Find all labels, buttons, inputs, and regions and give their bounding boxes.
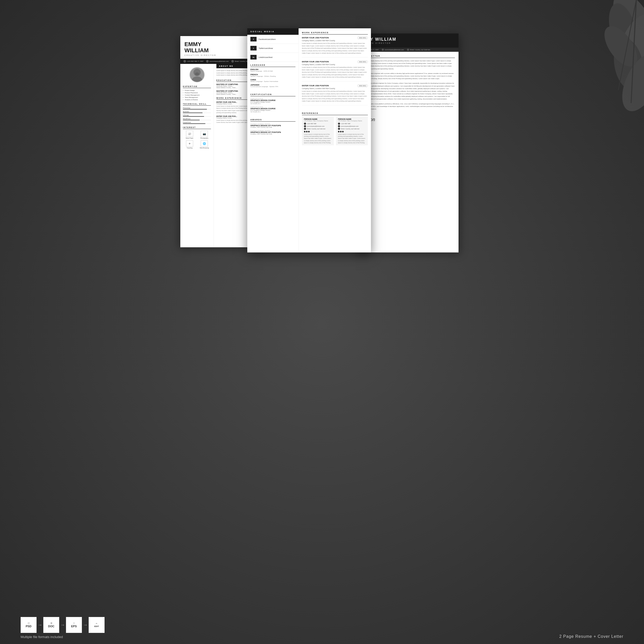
technical-skill-title: TECHNICAL SKILL <box>183 103 211 106</box>
email-icon <box>304 125 306 127</box>
cover-intro-text: Lorem Ipsum is simply dummy text of the … <box>359 60 455 70</box>
expertise-list: Project Design Product Placement Content… <box>183 90 211 100</box>
contact-phone: +123 4567 896 77, 5587 <box>183 60 204 63</box>
star-rating <box>304 131 332 132</box>
plant-decoration <box>536 0 644 155</box>
signature-name: SAMSON <box>359 123 455 125</box>
expertise-item: Product Placement <box>183 92 211 94</box>
language-item-english: ENGLISH Native Language - 100% All Skill <box>250 69 295 72</box>
awards-title: AWARDS <box>250 118 295 122</box>
left-sidebar: EXPERTISE Project Design Product Placeme… <box>180 64 214 247</box>
cover-served-text: I have served as a software engineer for… <box>359 82 455 100</box>
work-exp-item-3: ENTER YOUR JOB POSITION 2010-2011 Compan… <box>302 84 368 105</box>
expertise-item: Analytics & Review <box>183 99 211 100</box>
newspaper-icon: 📰 <box>186 131 193 137</box>
language-item-french: FRENCH Spoken Language - Written, Readin… <box>250 74 295 77</box>
middle-right-column: WORK EXPERIENCE ENTER YOUR JOB POSITION … <box>299 28 371 252</box>
address-icon <box>407 49 409 51</box>
linkedin-icon: in <box>250 55 257 60</box>
formats-label: Multiple file formats included <box>21 635 105 639</box>
reference-card-1: PERSON NAME Job Position Title | Company… <box>302 117 334 145</box>
email-icon <box>206 60 209 63</box>
reference-title: REFERENCE <box>302 112 368 115</box>
resume-pages-stage: EMMYWILLIAM CREATIVE DIRECTOR +123 4567 … <box>180 21 464 252</box>
social-item-linkedin: in LinkdIn/user/feed <box>247 53 299 62</box>
cover-letter-header: EMMY WILLIAM CREATIVE DIRECTOR <box>355 33 459 48</box>
resume-page-middle: SOCIAL MEDIA f Facebook/user/dhere t Twi… <box>247 28 371 252</box>
reference-card-2: PERSON NAME Job Position Title | Company… <box>336 117 368 145</box>
social-item-twitter: t Twitter/user/dhear <box>247 44 299 53</box>
interest-grid: 📰 News Paper 📷 Photography ✈ Traveling 🌐… <box>183 131 211 149</box>
phone-icon <box>338 123 340 125</box>
cover-person-title: CREATIVE DIRECTOR <box>359 42 455 44</box>
signature-area: Samson SAMSON <box>359 114 455 125</box>
certification-title: CERTIFICATION <box>250 93 295 96</box>
reference-section: REFERENCE PERSON NAME Job Position Title… <box>299 111 371 147</box>
cover-letter-title: COVER LETTER <box>359 55 455 58</box>
doc-format-box: ▤ DOC <box>43 617 59 633</box>
award-item-1: Company / Institute / Awards GRAPHICS DE… <box>250 123 295 128</box>
expertise-item: Team Management <box>183 97 211 98</box>
interest-title: INTEREST <box>183 126 211 129</box>
cover-person-name: EMMY WILLIAM <box>359 37 455 42</box>
avatar <box>189 67 205 82</box>
eps-format-box: ◻ EPS <box>66 617 82 633</box>
cert-item-2: CERTIFICATE GRAPHICS DESIGN COURSE LLC G… <box>250 106 295 113</box>
svg-point-10 <box>195 72 199 75</box>
resume-page-right: EMMY WILLIAM CREATIVE DIRECTOR +123 4567… <box>355 33 459 252</box>
cover-address: Street / country, zip Code text <box>407 49 430 51</box>
cert-item-1: CERTIFICATE GRAPHICS DESIGN COURSE LLC G… <box>250 98 295 104</box>
web-browsing-icon: 🌐 <box>201 140 208 147</box>
cover-expertise-text: My expertise includes cross-platform pro… <box>359 103 455 111</box>
award-item-2: Company / Institute / Awards GRAPHICS DE… <box>250 130 295 135</box>
awards-section: AWARDS Company / Institute / Awards GRAP… <box>247 116 299 139</box>
expertise-item: Project Design <box>183 90 211 91</box>
phone-icon <box>183 60 186 63</box>
address-icon <box>338 128 340 130</box>
work-exp-title: WORK EXPERIENCE <box>302 31 368 35</box>
skills-list: Photoshop Illustrator InDesign WordPress <box>183 107 211 124</box>
language-item-japanish: JAPANISH Conversational Language - Spoke… <box>250 84 295 87</box>
file-formats-section: ⬜ PSD → ▤ DOC → ◻ EPS → ✏ EDIT Multiple … <box>21 617 105 639</box>
cover-letter-body: COVER LETTER Lorem Ipsum is simply dummy… <box>355 52 459 128</box>
edit-format-box: ✏ EDIT <box>89 617 105 633</box>
work-exp-item-2: ENTER YOUR JOB POSITION 2010-2011 Compan… <box>302 61 368 81</box>
arrow-separator-3: → <box>83 623 88 627</box>
arrow-separator-1: → <box>38 623 42 627</box>
language-section: LANGUAGE ENGLISH Native Language - 100% … <box>247 62 299 91</box>
email-icon <box>382 49 384 51</box>
certification-section: CERTIFICATION CERTIFICATE GRAPHICS DESIG… <box>247 91 299 116</box>
email-icon <box>338 125 340 127</box>
language-item-china: CHINA Written Language - Spoken Intermed… <box>250 79 295 82</box>
twitter-icon: t <box>250 46 257 50</box>
skill-item: Photoshop <box>183 107 211 109</box>
arrow-separator-2: → <box>60 623 65 627</box>
reference-grid: PERSON NAME Job Position Title | Company… <box>302 117 368 145</box>
skill-item: WordPress <box>183 118 211 120</box>
two-page-label: 2 Page Resume + Cover Letter <box>559 634 623 639</box>
expertise-item: Content Management <box>183 94 211 96</box>
star-rating <box>338 131 366 132</box>
skill-item: PowerPoint <box>183 122 211 124</box>
social-item-facebook: f Facebook/user/dhere <box>247 35 299 44</box>
middle-left-column: SOCIAL MEDIA f Facebook/user/dhere t Twi… <box>247 28 299 252</box>
skill-item: Illustrator <box>183 111 211 113</box>
cover-expertise-header: looking for a software engineer with a p… <box>359 72 455 80</box>
interest-item-photography: 📷 Photography <box>198 131 211 139</box>
cover-email: yourcompany@domain.com <box>382 49 404 51</box>
photography-icon: 📷 <box>201 131 208 137</box>
language-title: LANGUAGE <box>250 64 295 67</box>
work-experience-section: WORK EXPERIENCE ENTER YOUR JOB POSITION … <box>299 28 371 111</box>
address-icon <box>304 128 306 130</box>
phone-icon <box>304 123 306 125</box>
svg-point-9 <box>192 77 202 82</box>
cover-contact-bar: +123 4567 896 77, 5587 yourcompany@domai… <box>355 48 459 52</box>
work-exp-item-1: ENTER YOUR JOB POSITION 2010-2011 Compan… <box>302 37 368 57</box>
psd-format-box: ⬜ PSD <box>21 617 37 633</box>
bottom-bar: ⬜ PSD → ▤ DOC → ◻ EPS → ✏ EDIT Multiple … <box>0 617 644 639</box>
facebook-icon: f <box>250 37 257 41</box>
interest-item-traveling: ✈ Traveling <box>183 140 196 149</box>
file-format-row: ⬜ PSD → ▤ DOC → ◻ EPS → ✏ EDIT <box>21 617 105 633</box>
skill-item: InDesign <box>183 114 211 117</box>
interest-item-newspaper: 📰 News Paper <box>183 131 196 139</box>
